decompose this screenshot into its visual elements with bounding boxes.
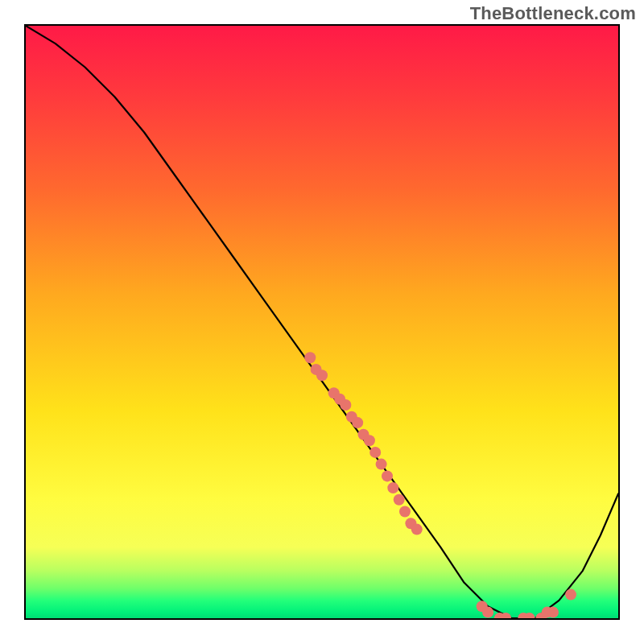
plot-area [24,24,620,620]
data-point [387,482,398,493]
data-point [369,447,381,458]
data-point [399,506,411,518]
data-point [304,352,316,363]
data-point [352,417,363,428]
data-point [394,494,405,506]
data-point [565,589,576,601]
bottleneck-curve [26,26,618,618]
watermark-text: TheBottleneck.com [470,3,636,24]
data-point [382,470,393,481]
data-point [482,607,493,618]
chart-svg [26,26,618,618]
data-point [316,369,328,381]
data-point [340,399,351,411]
chart-frame: TheBottleneck.com [0,0,644,644]
data-point [364,435,375,446]
data-point [411,524,423,535]
data-points-layer [304,352,576,618]
data-point [376,459,387,470]
data-point [547,607,559,618]
